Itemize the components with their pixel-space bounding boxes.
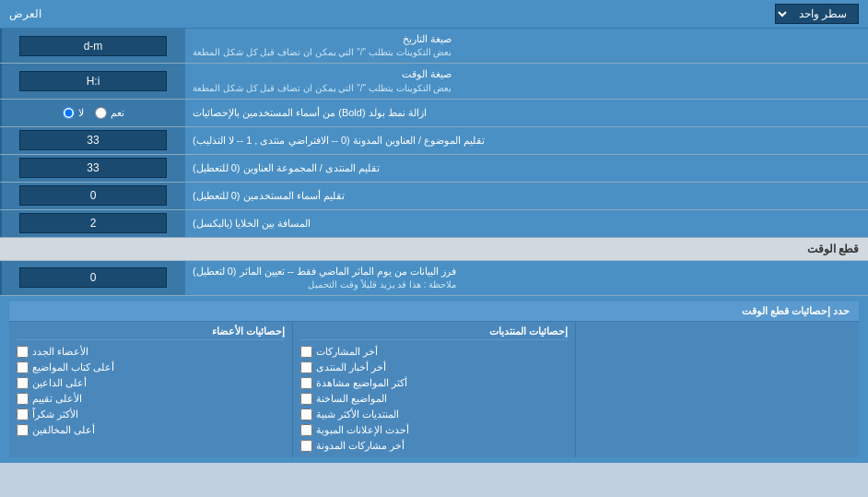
checkboxes-section: حدد إحصائيات قطع الوقت إحصائيات المنتديا… [0,296,868,463]
member-stat-5-checkbox[interactable] [17,408,29,420]
users-order-label: تقليم أسماء المستخدمين (0 للتعطيل) [184,183,868,209]
time-format-label: صيغة الوقت بعض التكوينات يتطلب "/" التي … [184,64,868,98]
display-row: سطر واحد سطرين ثلاثة أسطر العرض [0,0,868,29]
bold-yes-radio-item[interactable]: نعم [95,107,124,119]
forum-stat-4-checkbox[interactable] [300,393,312,405]
forum-stat-2[interactable]: أخر أخبار المنتدى [300,360,569,375]
cutoff-days-label: فرز البيانات من يوم الماثر الماضي فقط --… [184,261,868,295]
forum-stat-7-checkbox[interactable] [300,440,312,452]
member-stat-2[interactable]: أعلى كتاب المواضيع [17,360,285,375]
bold-no-radio[interactable] [63,107,75,119]
date-format-label: صيغة التاريخ بعض التكوينات يتطلب "/" الت… [184,29,868,63]
forum-stat-6-checkbox[interactable] [300,424,312,436]
time-format-row: صيغة الوقت بعض التكوينات يتطلب "/" التي … [0,64,868,99]
bold-remove-row: ازالة نمط بولد (Bold) من أسماء المستخدمي… [0,100,868,127]
forum-stats-title: إحصائيات المنتديات [300,325,569,340]
forum-stat-6[interactable]: أحدث الإعلانات المبوية [300,422,569,438]
date-format-input-wrapper [0,29,184,63]
member-stat-1[interactable]: الأعضاء الجدد [17,344,285,360]
display-select[interactable]: سطر واحد سطرين ثلاثة أسطر [775,4,859,24]
cutoff-days-input-wrapper [0,261,184,295]
forum-stat-7[interactable]: أخر مشاركات المدونة [300,438,569,454]
users-order-row: تقليم أسماء المستخدمين (0 للتعطيل) [0,183,868,210]
member-stat-1-checkbox[interactable] [17,346,29,358]
space-between-input-wrapper [0,210,184,237]
cutoff-section-header: قطع الوقت [0,238,868,261]
bold-no-radio-item[interactable]: لا [63,107,84,119]
main-container: سطر واحد سطرين ثلاثة أسطر العرض صيغة الت… [0,0,868,463]
member-stat-5[interactable]: الأكثر شكراً [17,407,285,422]
member-stat-3-checkbox[interactable] [17,377,29,389]
member-stat-6-checkbox[interactable] [17,424,29,436]
member-stats-title: إحصائيات الأعضاء [17,325,285,340]
users-order-input[interactable] [19,185,167,206]
forum-stat-5[interactable]: المنتديات الأكثر شبية [300,407,569,422]
forum-stat-2-checkbox[interactable] [300,361,312,373]
forum-order-input-wrapper [0,155,184,182]
member-stat-4-checkbox[interactable] [17,393,29,405]
date-format-input[interactable] [19,36,167,56]
topics-order-label: تقليم الموضوع / العناوين المدونة (0 -- ا… [184,127,868,154]
member-stat-6[interactable]: أعلى المخالفين [17,422,285,438]
space-between-input[interactable] [19,213,167,233]
bold-remove-radio-wrapper: نعم لا [0,100,184,126]
forum-order-row: تقليم المنتدى / المجموعة العناوين (0 للت… [0,155,868,183]
topics-order-row: تقليم الموضوع / العناوين المدونة (0 -- ا… [0,127,868,155]
forum-stat-1[interactable]: أخر المشاركات [300,344,569,360]
forum-stat-1-checkbox[interactable] [300,346,312,358]
member-stat-3[interactable]: أعلى الداعين [17,375,285,391]
member-stats-col: إحصائيات الأعضاء الأعضاء الجدد أعلى كتاب… [9,322,292,457]
date-format-row: صيغة التاريخ بعض التكوينات يتطلب "/" الت… [0,29,868,64]
forum-stat-3-checkbox[interactable] [300,377,312,389]
forum-order-label: تقليم المنتدى / المجموعة العناوين (0 للت… [184,155,868,182]
display-label: العرض [9,7,41,20]
empty-right-col [575,322,859,457]
member-stat-4[interactable]: الأعلى تقييم [17,391,285,407]
topics-order-input[interactable] [19,130,167,150]
bold-remove-label: ازالة نمط بولد (Bold) من أسماء المستخدمي… [184,100,868,126]
member-stat-2-checkbox[interactable] [17,361,29,373]
checkboxes-grid: إحصائيات المنتديات أخر المشاركات أخر أخب… [9,322,859,457]
forum-stats-col: إحصائيات المنتديات أخر المشاركات أخر أخب… [292,322,576,457]
topics-order-input-wrapper [0,127,184,154]
time-format-input[interactable] [19,71,167,91]
cutoff-days-row: فرز البيانات من يوم الماثر الماضي فقط --… [0,261,868,296]
time-format-input-wrapper [0,64,184,98]
space-between-row: المسافة بين الخلايا (بالبكسل) [0,210,868,238]
forum-stat-3[interactable]: أكثر المواضيع مشاهدة [300,375,569,391]
bold-yes-radio[interactable] [95,107,107,119]
forum-stat-4[interactable]: المواضيع الساخنة [300,391,569,407]
space-between-label: المسافة بين الخلايا (بالبكسل) [184,210,868,237]
cutoff-days-input[interactable] [19,267,167,288]
users-order-input-wrapper [0,183,184,209]
forum-stat-5-checkbox[interactable] [300,408,312,420]
forum-order-input[interactable] [19,158,167,178]
checkboxes-label: حدد إحصائيات قطع الوقت [9,302,859,322]
display-select-wrapper[interactable]: سطر واحد سطرين ثلاثة أسطر [775,4,859,24]
